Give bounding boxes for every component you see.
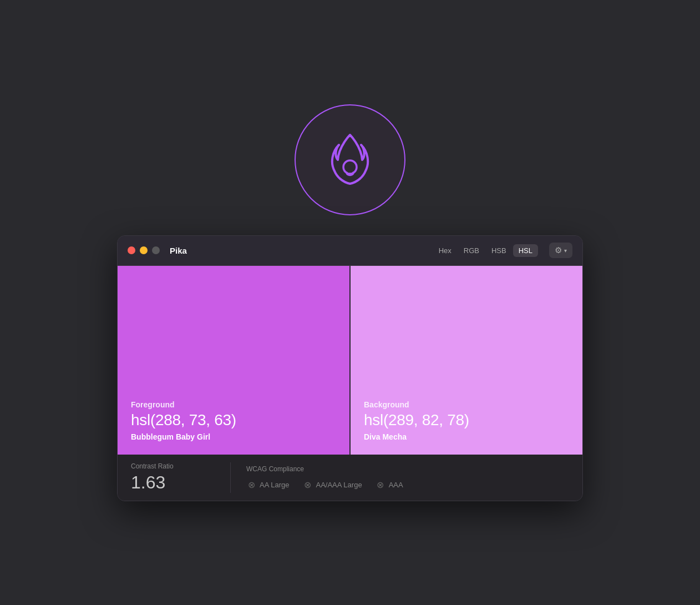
background-color-name: Diva Mecha [364, 432, 569, 441]
format-hsb-button[interactable]: HSB [486, 244, 512, 257]
wcag-fail-icon-3: ⊗ [376, 480, 385, 490]
format-rgb-button[interactable]: RGB [458, 244, 485, 257]
format-hsl-button[interactable]: HSL [513, 244, 538, 257]
format-buttons: Hex RGB HSB HSL [433, 244, 538, 257]
titlebar: Pika Hex RGB HSB HSL ⚙ ▾ [118, 236, 582, 266]
minimize-button[interactable] [140, 246, 148, 254]
wcag-section: WCAG Compliance ⊗ AA Large ⊗ AA/AAA Larg… [231, 465, 403, 490]
settings-button[interactable]: ⚙ ▾ [549, 243, 572, 258]
foreground-panel[interactable]: Foreground hsl(288, 73, 63) Bubblegum Ba… [118, 266, 351, 455]
contrast-value: 1.63 [131, 472, 215, 493]
wcag-aa-aaa-large-label: AA/AAA Large [316, 481, 362, 489]
close-button[interactable] [128, 246, 135, 254]
wcag-aaa: ⊗ AAA [376, 480, 403, 490]
contrast-label: Contrast Ratio [131, 462, 215, 470]
color-panels: Foreground hsl(288, 73, 63) Bubblegum Ba… [118, 266, 582, 455]
wcag-aa-aaa-large: ⊗ AA/AAA Large [303, 480, 362, 490]
wcag-aa-large: ⊗ AA Large [246, 480, 290, 490]
foreground-label: Foreground [131, 400, 336, 409]
format-hex-button[interactable]: Hex [433, 244, 457, 257]
maximize-button[interactable] [152, 246, 160, 254]
wcag-fail-icon-1: ⊗ [246, 480, 256, 490]
wcag-aa-large-label: AA Large [260, 481, 290, 489]
foreground-color-name: Bubblegum Baby Girl [131, 432, 336, 441]
gear-icon: ⚙ [555, 245, 562, 255]
wcag-items: ⊗ AA Large ⊗ AA/AAA Large ⊗ AAA [246, 480, 403, 490]
traffic-lights [128, 246, 160, 254]
app-icon-circle [295, 104, 405, 215]
window-title: Pika [168, 246, 425, 255]
svg-point-0 [343, 160, 357, 174]
app-window: Pika Hex RGB HSB HSL ⚙ ▾ Foreground hsl(… [117, 235, 583, 501]
wcag-label: WCAG Compliance [246, 465, 403, 473]
background-label: Background [364, 400, 569, 409]
wcag-aaa-label: AAA [389, 481, 403, 489]
foreground-value: hsl(288, 73, 63) [131, 411, 336, 429]
background-panel[interactable]: Background hsl(289, 82, 78) Diva Mecha [351, 266, 582, 455]
background-value: hsl(289, 82, 78) [364, 411, 569, 429]
flame-icon [322, 129, 378, 190]
bottom-bar: Contrast Ratio 1.63 WCAG Compliance ⊗ AA… [118, 455, 582, 501]
wcag-fail-icon-2: ⊗ [303, 480, 313, 490]
contrast-section: Contrast Ratio 1.63 [131, 462, 231, 493]
app-icon-container [295, 104, 405, 215]
chevron-down-icon: ▾ [564, 248, 567, 254]
